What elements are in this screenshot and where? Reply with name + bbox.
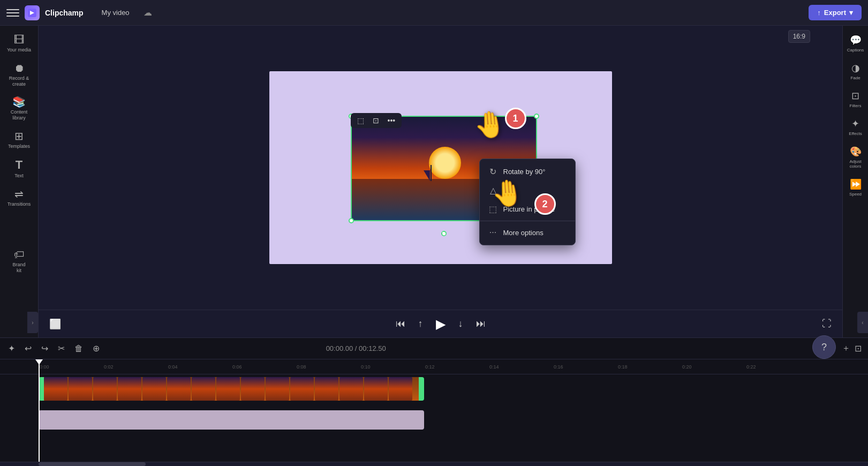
fullscreen-button[interactable]: ⛶ bbox=[820, 316, 834, 332]
right-sidebar-item-captions[interactable]: 💬 Captions bbox=[844, 30, 867, 57]
clip-frame bbox=[389, 377, 412, 401]
context-menu-item-more[interactable]: ··· More options bbox=[480, 223, 575, 242]
text-icon: T bbox=[16, 159, 22, 171]
preview-canvas[interactable]: ↻ ⬚ ⊡ ••• ↻ Rotate by 90° △ Flip bbox=[269, 71, 612, 264]
captions-icon: 💬 bbox=[850, 34, 862, 46]
clip-frame bbox=[290, 377, 314, 401]
annotation-circle-2: 2 bbox=[534, 193, 556, 215]
adjust-colors-icon: 🎨 bbox=[850, 146, 862, 157]
crop-button[interactable]: ⬚ bbox=[355, 115, 366, 126]
right-sidebar-item-fade[interactable]: ◑ Fade bbox=[844, 58, 867, 85]
sidebar-expand-button[interactable]: › bbox=[27, 312, 38, 333]
help-button[interactable]: ? bbox=[812, 335, 836, 359]
sidebar-item-record-create[interactable]: ⏺ Record &create bbox=[2, 58, 36, 92]
clip-right-handle[interactable] bbox=[419, 377, 422, 401]
canvas-area: 16:9 ↻ bbox=[39, 26, 842, 337]
playback-controls: ⬜ ⏮ ↑ ▶ ↓ ⏭ ⛶ bbox=[39, 310, 842, 337]
add-to-timeline-button[interactable]: ⊕ bbox=[91, 342, 101, 355]
zoom-in-button[interactable]: ＋ bbox=[842, 343, 850, 354]
right-sidebar-item-effects[interactable]: ✦ Effects bbox=[844, 114, 867, 140]
brand-kit-icon: 🏷 bbox=[14, 249, 25, 260]
split-button[interactable]: ✂ bbox=[56, 342, 66, 355]
app-title: Clipchamp bbox=[45, 9, 84, 17]
fit-to-view-button[interactable]: ⊡ bbox=[855, 343, 862, 354]
text-track bbox=[0, 405, 868, 434]
frame-forward-button[interactable]: ↓ bbox=[456, 316, 465, 332]
timeline-area: ✦ ↩ ↪ ✂ 🗑 ⊕ 00:00.00 / 00:12.50 － ＋ ⊡ 0:… bbox=[0, 337, 868, 466]
rotate-icon: ↻ bbox=[488, 167, 498, 177]
transitions-icon: ⇌ bbox=[14, 189, 24, 199]
captions-toggle-button[interactable]: ⬜ bbox=[47, 316, 63, 332]
right-sidebar-collapse-button[interactable]: ‹ bbox=[857, 312, 868, 333]
resize-handle-tr[interactable] bbox=[534, 114, 539, 119]
playhead-triangle bbox=[35, 359, 43, 365]
right-sidebar: 💬 Captions ◑ Fade ⊡ Filters ✦ Effects 🎨 … bbox=[842, 26, 868, 337]
sailboat-mast bbox=[431, 165, 432, 181]
ruler-mark: 0:02 bbox=[103, 364, 167, 370]
more-options-icon: ··· bbox=[488, 228, 498, 237]
right-sidebar-item-speed[interactable]: ⏩ Speed bbox=[844, 174, 867, 201]
effects-icon: ✦ bbox=[851, 118, 859, 130]
redo-button[interactable]: ↪ bbox=[40, 342, 50, 355]
sidebar-item-label: Record &create bbox=[9, 76, 29, 87]
clip-frame bbox=[216, 377, 240, 401]
sidebar-item-brand-kit[interactable]: 🏷 Brandkit bbox=[2, 245, 36, 278]
clip-frame bbox=[44, 377, 67, 401]
add-media-button[interactable]: ✦ bbox=[6, 342, 17, 355]
clip-frame bbox=[241, 377, 265, 401]
ruler-mark: 0:20 bbox=[681, 364, 745, 370]
ruler-mark: 0:22 bbox=[745, 364, 810, 370]
play-button[interactable]: ▶ bbox=[434, 314, 448, 334]
cursor-annotation-1: 🤚 bbox=[472, 108, 507, 141]
resize-handle-bl[interactable] bbox=[349, 218, 354, 223]
sidebar-item-transitions[interactable]: ⇌ Transitions bbox=[2, 184, 36, 212]
sidebar-bottom: 🏷 Brandkit bbox=[2, 245, 36, 278]
annotation-circle-1: 1 bbox=[505, 108, 526, 129]
ruler-marks: 0:00 0:02 0:04 0:06 0:08 0:10 0: bbox=[39, 364, 810, 370]
rotate-handle[interactable]: ↻ bbox=[441, 231, 447, 236]
hamburger-menu[interactable] bbox=[6, 6, 19, 19]
sidebar-item-content-library[interactable]: 📚 Contentlibrary bbox=[2, 92, 36, 125]
ruler-mark: 0:08 bbox=[296, 364, 360, 370]
sidebar-item-label: Your media bbox=[7, 47, 31, 53]
clip-frames bbox=[44, 377, 419, 401]
video-track bbox=[0, 374, 868, 403]
undo-button[interactable]: ↩ bbox=[23, 342, 33, 355]
sidebar-item-templates[interactable]: ⊞ Templates bbox=[2, 126, 36, 154]
playhead[interactable] bbox=[39, 359, 40, 374]
text-clip-track[interactable] bbox=[39, 410, 424, 430]
more-button[interactable]: ••• bbox=[386, 115, 398, 126]
context-menu-item-rotate[interactable]: ↻ Rotate by 90° bbox=[480, 162, 575, 181]
sidebar-item-your-media[interactable]: 🎞 Your media bbox=[2, 30, 36, 57]
project-name[interactable]: My video bbox=[97, 6, 134, 19]
sidebar-item-label: Transitions bbox=[7, 201, 31, 207]
timeline-time-display: 00:00.00 / 00:12.50 bbox=[326, 344, 386, 352]
frame-back-button[interactable]: ↑ bbox=[416, 316, 425, 332]
video-clip-track[interactable] bbox=[39, 377, 424, 401]
left-sidebar: 🎞 Your media ⏺ Record &create 📚 Contentl… bbox=[0, 26, 39, 337]
cursor-annotation-2: 🤚 bbox=[490, 177, 525, 209]
timeline-ruler: 0:00 0:02 0:04 0:06 0:08 0:10 0: bbox=[0, 359, 868, 374]
export-icon: ↑ bbox=[817, 9, 821, 17]
timeline-scrollbar[interactable] bbox=[0, 462, 868, 466]
skip-back-button[interactable]: ⏮ bbox=[394, 316, 407, 332]
clip-frame bbox=[93, 377, 117, 401]
sidebar-item-text[interactable]: T Text bbox=[2, 155, 36, 183]
sailboat-sail bbox=[424, 170, 430, 181]
skip-forward-button[interactable]: ⏭ bbox=[474, 316, 488, 332]
ruler-mark: 0:18 bbox=[617, 364, 681, 370]
templates-icon: ⊞ bbox=[14, 131, 24, 141]
clip-frame bbox=[118, 377, 141, 401]
export-chevron-icon: ▾ bbox=[849, 9, 853, 17]
delete-button[interactable]: 🗑 bbox=[73, 342, 85, 355]
clip-frame bbox=[364, 377, 388, 401]
right-sidebar-item-adjust-colors[interactable]: 🎨 Adjustcolors bbox=[844, 141, 867, 173]
your-media-icon: 🎞 bbox=[14, 34, 25, 45]
right-sidebar-item-filters[interactable]: ⊡ Filters bbox=[844, 86, 867, 112]
timeline-scrollbar-thumb[interactable] bbox=[39, 462, 146, 466]
speed-icon: ⏩ bbox=[850, 178, 862, 190]
export-button[interactable]: ↑ Export ▾ bbox=[809, 5, 862, 20]
ruler-mark: 0:06 bbox=[231, 364, 296, 370]
resize-button[interactable]: ⊡ bbox=[371, 115, 381, 126]
ruler-mark: 0:14 bbox=[488, 364, 553, 370]
